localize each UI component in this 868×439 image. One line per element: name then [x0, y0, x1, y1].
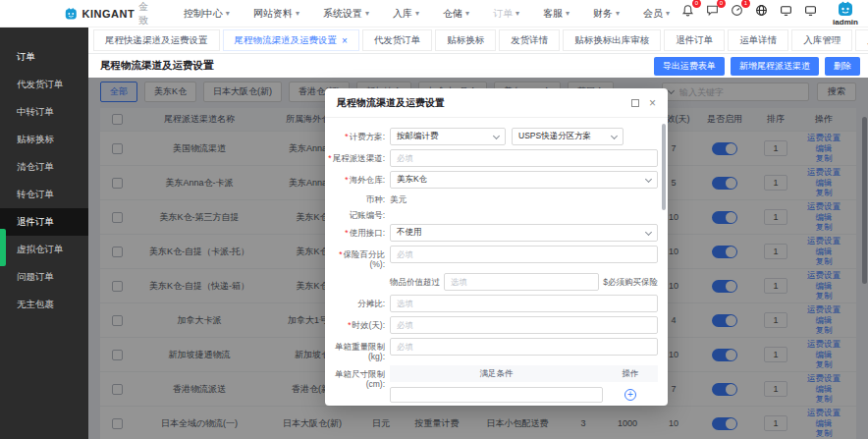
required-asterisk: *: [348, 320, 351, 330]
item-value-suffix: $必须购买保险: [603, 273, 658, 289]
notifications-badge: 0: [692, 0, 701, 8]
menu-label: 网站资料: [253, 7, 293, 21]
currency-value: 美元: [390, 192, 407, 206]
add-condition-plus-icon[interactable]: +: [624, 389, 636, 401]
tab[interactable]: 运单详情: [728, 29, 788, 51]
language-globe-icon[interactable]: [755, 3, 769, 17]
sidebar-item[interactable]: 贴标换标: [0, 126, 88, 153]
caret-down-icon: ▾: [226, 9, 230, 18]
billing-scheme-value: USPS快递分区方案: [518, 131, 591, 142]
tab[interactable]: 尾程物流渠道及运费设置×: [223, 29, 359, 51]
account-label: 记账编号:: [350, 210, 385, 220]
size-col-action: 操作: [603, 368, 658, 380]
page-header: 尾程物流渠道及运费设置 导出运费表单 新增尾程派送渠道 删除: [88, 54, 868, 78]
topbar-menu-item[interactable]: 客服▾: [543, 7, 570, 21]
field-currency: 币种: 美元: [327, 192, 658, 206]
tab[interactable]: 代发货订单: [362, 29, 433, 51]
required-asterisk: *: [345, 132, 348, 141]
close-icon[interactable]: ×: [649, 97, 656, 109]
tab[interactable]: 入库记录: [855, 29, 868, 51]
tab[interactable]: 退件订单: [664, 29, 725, 51]
aging-days-input[interactable]: [390, 316, 658, 334]
tab[interactable]: 贴标换标出库审核: [563, 29, 661, 51]
modal-scrollbar[interactable]: [662, 124, 666, 210]
channel-settings-modal: 尾程物流渠道及运费设置 × *计费方案: 按邮编计费 USPS快递分区方案 *尾…: [325, 88, 668, 406]
maximize-icon[interactable]: [631, 99, 639, 107]
tab[interactable]: 发货详情: [499, 29, 560, 51]
tab[interactable]: 尾程快递渠道及运费设置: [93, 29, 220, 51]
brand[interactable]: KINGANT 金致: [65, 0, 154, 27]
tab-label: 退件订单: [676, 34, 713, 47]
channel-name-input[interactable]: [390, 149, 658, 167]
floating-helper-widget[interactable]: [0, 229, 6, 266]
size-condition-input[interactable]: [390, 387, 603, 403]
topbar-menu-item[interactable]: 仓储▾: [443, 7, 469, 21]
tab[interactable]: 贴标换标: [435, 29, 496, 51]
tab-label: 贴标换标: [447, 34, 484, 47]
messages-chat-icon[interactable]: 0: [706, 3, 720, 17]
field-aging-days: *时效(天):: [327, 316, 658, 334]
tasks-badge: 1: [741, 0, 750, 8]
field-insurance-pct: *保险百分比 (%):: [327, 246, 658, 269]
topbar-menu-item[interactable]: 订单▾: [493, 7, 519, 21]
sidebar-item[interactable]: 问题订单: [0, 263, 88, 291]
topbar-menu-item[interactable]: 入库▾: [393, 7, 419, 21]
billing-type-select[interactable]: 按邮编计费: [390, 128, 506, 145]
warehouse-select[interactable]: 美东K仓: [390, 171, 658, 189]
screen-monitor-icon[interactable]: [780, 3, 793, 17]
menu-label: 控制中心: [184, 7, 223, 21]
sidebar-item[interactable]: 虚拟仓订单: [0, 236, 88, 263]
sidebar-item[interactable]: 中转订单: [0, 98, 88, 126]
menu-label: 系统设置: [323, 7, 362, 21]
notifications-bell-icon[interactable]: 0: [681, 3, 695, 17]
insurance-pct-input[interactable]: [390, 246, 658, 263]
item-value-prefix: 物品价值超过: [390, 273, 440, 289]
tab[interactable]: 入库管理: [791, 29, 852, 51]
display-monitor-icon[interactable]: [804, 3, 818, 17]
export-freight-form-button[interactable]: 导出运费表单: [654, 57, 725, 76]
topbar-menu-item[interactable]: 系统设置▾: [323, 7, 369, 21]
topbar-menu-item[interactable]: 会员▾: [643, 7, 670, 21]
topbar-right: 0 0 1: [681, 0, 868, 27]
sidebar-item[interactable]: 转仓订单: [0, 181, 88, 208]
required-asterisk: *: [345, 228, 348, 238]
sidebar-item[interactable]: 订单: [0, 43, 88, 71]
menu-label: 会员: [643, 7, 663, 21]
menu-label: 订单: [493, 7, 513, 21]
billing-scheme-select[interactable]: USPS快递分区方案: [512, 128, 624, 145]
sidebar-item[interactable]: 清仓订单: [0, 153, 88, 181]
topbar-menu-item[interactable]: 网站资料▾: [253, 7, 299, 21]
tab-close-icon[interactable]: ×: [342, 35, 348, 46]
messages-badge: 0: [717, 0, 726, 8]
caret-down-icon: ▾: [515, 9, 519, 18]
topbar-menu-item[interactable]: 控制中心▾: [184, 7, 230, 21]
sidebar-item[interactable]: 代发货订单: [0, 71, 88, 98]
share-label: 分摊比:: [357, 299, 385, 308]
tasks-gauge-icon[interactable]: 1: [731, 3, 744, 17]
size-label: 单箱尺寸限制 (cm):: [335, 369, 385, 389]
tab-label: 入库管理: [803, 34, 841, 47]
user-avatar[interactable]: iadmin: [829, 1, 862, 27]
sidebar-item[interactable]: 退件订单: [0, 208, 88, 236]
topbar-menu-item[interactable]: 财务▾: [593, 7, 620, 21]
topbar-menu-list: 控制中心▾网站资料▾系统设置▾入库▾仓储▾订单▾客服▾财务▾会员▾: [172, 7, 681, 21]
add-channel-button[interactable]: 新增尾程派送渠道: [731, 57, 819, 76]
page-actions: 导出运费表单 新增尾程派送渠道 删除: [654, 57, 868, 76]
sidebar-item[interactable]: 无主包裹: [0, 291, 88, 318]
caret-down-icon: ▾: [566, 9, 570, 18]
item-value-input[interactable]: [444, 273, 599, 291]
billing-type-value: 按邮编计费: [397, 131, 439, 142]
share-ratio-input[interactable]: [390, 295, 658, 312]
interface-select[interactable]: 不使用: [390, 224, 658, 242]
weight-limit-input[interactable]: [390, 338, 658, 356]
brand-logo-icon: [65, 6, 78, 22]
menu-label: 仓储: [443, 7, 462, 21]
field-warehouse: *海外仓库: 美东K仓: [327, 171, 658, 189]
topbar: KINGANT 金致 控制中心▾网站资料▾系统设置▾入库▾仓储▾订单▾客服▾财务…: [0, 0, 868, 27]
chevron-down-icon: [645, 228, 652, 235]
page-title: 尾程物流渠道及运费设置: [88, 59, 214, 73]
tab-label: 代发货订单: [374, 34, 421, 47]
size-condition-row: +: [390, 382, 658, 403]
delete-button[interactable]: 删除: [825, 57, 860, 76]
chevron-down-icon: [611, 132, 618, 138]
